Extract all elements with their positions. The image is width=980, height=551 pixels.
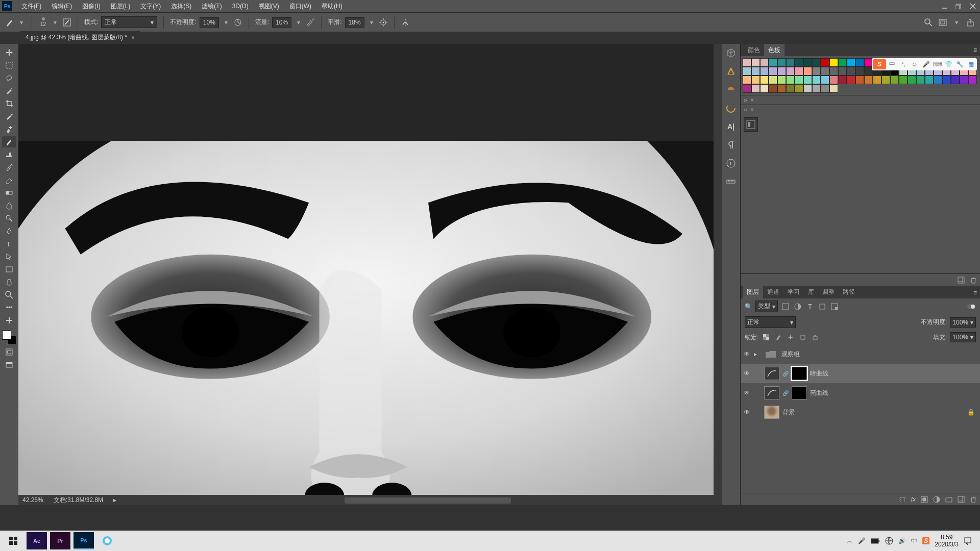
layer-row[interactable]: 👁🔗暗曲线 (741, 364, 980, 383)
new-swatch-icon[interactable] (958, 277, 965, 284)
color-swatch[interactable] (803, 76, 812, 84)
minimize-button[interactable] (937, 0, 951, 12)
eraser-tool[interactable] (2, 174, 16, 186)
menu-filter[interactable]: 滤镜(T) (197, 0, 227, 12)
color-swatch[interactable] (873, 76, 881, 84)
layer-visibility-icon[interactable]: 👁 (743, 389, 751, 396)
smooth-options-icon[interactable] (379, 18, 388, 27)
document-canvas[interactable] (18, 141, 714, 503)
brush-preset-picker[interactable]: 12 (38, 17, 48, 27)
ime-skin-icon[interactable]: 👕 (943, 59, 953, 69)
screen-mode-icon[interactable] (2, 359, 16, 370)
dock-info-icon[interactable]: i (725, 157, 737, 169)
move-tool[interactable] (2, 47, 16, 58)
color-swatch[interactable] (821, 58, 829, 67)
color-swatch[interactable] (855, 76, 864, 84)
color-swatch[interactable] (795, 84, 803, 93)
layer-mask-thumb[interactable] (792, 367, 807, 380)
color-swatch[interactable] (855, 58, 864, 67)
tab-channels[interactable]: 通道 (763, 286, 783, 298)
tray-sogou-icon[interactable]: S (922, 537, 929, 544)
tab-paths[interactable]: 路径 (839, 286, 859, 298)
color-swatch[interactable] (751, 84, 760, 93)
color-swatch[interactable] (812, 67, 821, 76)
type-tool[interactable]: T (2, 238, 16, 249)
menu-type[interactable]: 文字(Y) (135, 0, 166, 12)
color-swatch[interactable] (803, 84, 812, 93)
opacity-value[interactable]: 10% (200, 17, 219, 28)
dock-type-icon[interactable] (725, 102, 737, 114)
color-swatch[interactable] (916, 76, 925, 84)
color-swatch[interactable] (925, 76, 934, 84)
expand-icon[interactable]: ▸ (754, 350, 760, 358)
opacity-dropdown[interactable]: ▾ (222, 19, 230, 26)
delete-swatch-icon[interactable] (970, 277, 977, 284)
filter-type-icon[interactable]: T (805, 302, 815, 311)
filter-smartobject-icon[interactable] (830, 302, 839, 311)
color-swatch[interactable] (821, 84, 829, 93)
clone-stamp-tool[interactable] (2, 149, 16, 160)
ime-mic-icon[interactable]: 🎤 (921, 59, 931, 69)
menu-3d[interactable]: 3D(D) (227, 0, 254, 12)
dock-paragraph-icon[interactable] (725, 139, 737, 151)
color-swatch[interactable] (838, 58, 847, 67)
menu-image[interactable]: 图像(I) (77, 0, 105, 12)
ime-grid-icon[interactable]: ▦ (966, 59, 976, 69)
ime-sogou-icon[interactable]: S (873, 59, 886, 69)
color-swatch[interactable] (769, 67, 777, 76)
hand-tool[interactable] (2, 277, 16, 288)
panel-close-icon[interactable]: × (750, 96, 754, 104)
color-swatch[interactable] (838, 76, 847, 84)
color-swatch[interactable] (864, 76, 873, 84)
tray-ime-lang-icon[interactable]: 中 (911, 537, 917, 545)
dock-adjustments-icon[interactable] (725, 65, 737, 78)
brush-settings-panel-icon[interactable] (62, 18, 71, 27)
color-swatch[interactable] (838, 67, 847, 76)
frame-icon[interactable] (938, 18, 947, 27)
flow-dropdown[interactable]: ▾ (295, 19, 303, 26)
quick-mask-icon[interactable] (2, 346, 16, 358)
menu-window[interactable]: 窗口(W) (284, 0, 316, 12)
layer-blend-mode[interactable]: 正常▾ (745, 316, 796, 328)
tray-clock[interactable]: 8:59 2020/3/3 (935, 534, 959, 548)
color-swatch[interactable] (829, 84, 838, 93)
tab-layers[interactable]: 图层 (743, 286, 763, 298)
healing-brush-tool[interactable] (2, 123, 16, 135)
tool-preset-dropdown[interactable]: ▾ (17, 19, 26, 26)
menu-edit[interactable]: 编辑(E) (46, 0, 77, 12)
layer-mask-thumb[interactable] (792, 386, 807, 399)
color-swatch[interactable] (743, 84, 751, 93)
smooth-dropdown[interactable]: ▾ (368, 19, 376, 26)
brush-preset-dropdown[interactable]: ▾ (51, 19, 59, 26)
color-swatch[interactable] (934, 76, 942, 84)
blend-mode-select[interactable]: 正常▾ (101, 16, 157, 28)
ime-tools-icon[interactable]: 🔧 (954, 59, 965, 69)
color-swatch[interactable] (847, 58, 855, 67)
dock-ruler-icon[interactable] (725, 176, 737, 188)
color-swatch[interactable] (777, 58, 786, 67)
foreground-background-colors[interactable] (2, 331, 16, 345)
color-swatch[interactable] (821, 67, 829, 76)
link-mask-icon[interactable]: 🔗 (782, 390, 789, 396)
share-icon[interactable] (966, 18, 975, 27)
color-swatch[interactable] (899, 76, 908, 84)
tray-mic-icon[interactable]: 🎤 (858, 537, 866, 544)
gradient-tool[interactable] (2, 187, 16, 198)
link-layers-icon[interactable] (899, 496, 906, 503)
color-swatch[interactable] (760, 58, 769, 67)
pen-tool[interactable] (2, 226, 16, 237)
delete-layer-icon[interactable] (970, 496, 977, 503)
tab-adjustments[interactable]: 调整 (818, 286, 839, 298)
layer-row[interactable]: 👁▸观察组 (741, 344, 980, 364)
color-swatch[interactable] (751, 58, 760, 67)
color-swatch[interactable] (777, 84, 786, 93)
path-selection-tool[interactable] (2, 251, 16, 262)
color-swatch[interactable] (769, 84, 777, 93)
color-swatch[interactable] (760, 67, 769, 76)
layer-visibility-icon[interactable]: 👁 (743, 350, 751, 358)
color-swatch[interactable] (795, 58, 803, 67)
color-swatch[interactable] (847, 76, 855, 84)
eyedropper-tool[interactable] (2, 111, 16, 122)
color-swatch[interactable] (829, 76, 838, 84)
layer-fill-value[interactable]: 100%▾ (950, 332, 976, 342)
